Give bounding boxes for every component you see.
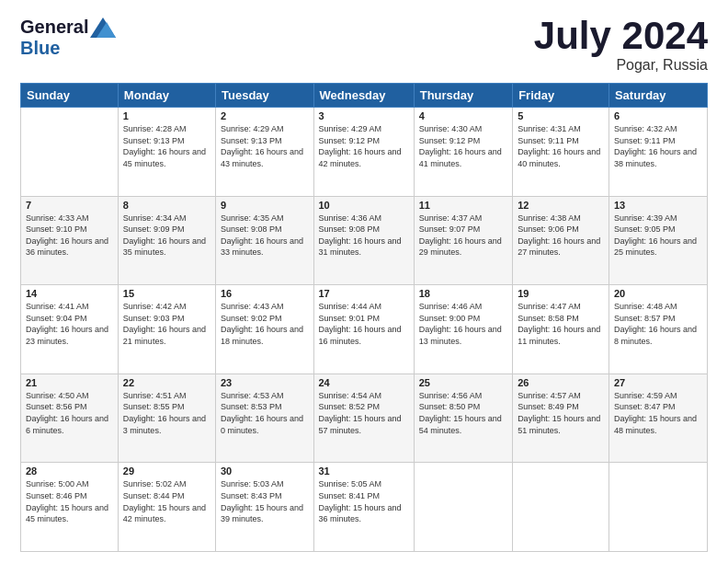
calendar-cell: 26Sunrise: 4:57 AMSunset: 8:49 PMDayligh… xyxy=(513,373,609,463)
day-info: Sunrise: 4:50 AMSunset: 8:56 PMDaylight:… xyxy=(26,390,113,436)
day-info: Sunrise: 4:28 AMSunset: 9:13 PMDaylight:… xyxy=(123,123,210,169)
calendar-cell: 12Sunrise: 4:38 AMSunset: 9:06 PMDayligh… xyxy=(513,196,609,285)
day-info: Sunrise: 4:30 AMSunset: 9:12 PMDaylight:… xyxy=(419,123,507,169)
logo-general-text: General xyxy=(20,17,88,38)
day-number: 16 xyxy=(221,288,309,299)
day-number: 8 xyxy=(123,200,210,211)
calendar-cell: 14Sunrise: 4:41 AMSunset: 9:04 PMDayligh… xyxy=(21,285,119,374)
day-info: Sunrise: 4:35 AMSunset: 9:08 PMDaylight:… xyxy=(221,213,309,259)
day-info: Sunrise: 4:42 AMSunset: 9:03 PMDaylight:… xyxy=(123,301,210,347)
col-friday: Friday xyxy=(513,84,609,108)
day-info: Sunrise: 4:29 AMSunset: 9:13 PMDaylight:… xyxy=(221,123,309,169)
day-number: 24 xyxy=(319,377,409,388)
day-info: Sunrise: 4:48 AMSunset: 8:57 PMDaylight:… xyxy=(614,301,702,347)
calendar-header-row: Sunday Monday Tuesday Wednesday Thursday… xyxy=(21,84,708,108)
day-info: Sunrise: 4:46 AMSunset: 9:00 PMDaylight:… xyxy=(419,301,507,347)
calendar-cell: 25Sunrise: 4:56 AMSunset: 8:50 PMDayligh… xyxy=(414,373,512,463)
calendar-cell: 6Sunrise: 4:32 AMSunset: 9:11 PMDaylight… xyxy=(609,108,707,197)
col-sunday: Sunday xyxy=(21,84,119,108)
calendar-week-0: 1Sunrise: 4:28 AMSunset: 9:13 PMDaylight… xyxy=(21,108,708,197)
day-number: 27 xyxy=(614,377,702,388)
calendar-cell: 23Sunrise: 4:53 AMSunset: 8:53 PMDayligh… xyxy=(216,373,314,463)
day-info: Sunrise: 5:00 AMSunset: 8:46 PMDaylight:… xyxy=(26,478,113,524)
calendar-cell: 28Sunrise: 5:00 AMSunset: 8:46 PMDayligh… xyxy=(21,463,119,552)
day-number: 20 xyxy=(614,288,702,299)
day-info: Sunrise: 4:36 AMSunset: 9:08 PMDaylight:… xyxy=(319,213,409,259)
day-number: 10 xyxy=(319,200,409,211)
calendar-cell: 13Sunrise: 4:39 AMSunset: 9:05 PMDayligh… xyxy=(609,196,707,285)
day-info: Sunrise: 4:41 AMSunset: 9:04 PMDaylight:… xyxy=(26,301,113,347)
day-info: Sunrise: 4:51 AMSunset: 8:55 PMDaylight:… xyxy=(123,390,210,436)
day-info: Sunrise: 4:39 AMSunset: 9:05 PMDaylight:… xyxy=(614,213,702,259)
day-number: 3 xyxy=(319,110,409,121)
col-saturday: Saturday xyxy=(609,84,707,108)
calendar: Sunday Monday Tuesday Wednesday Thursday… xyxy=(20,83,708,552)
calendar-cell: 16Sunrise: 4:43 AMSunset: 9:02 PMDayligh… xyxy=(216,285,314,374)
day-info: Sunrise: 4:56 AMSunset: 8:50 PMDaylight:… xyxy=(419,390,507,436)
day-number: 17 xyxy=(319,288,409,299)
day-number: 15 xyxy=(123,288,210,299)
calendar-cell: 21Sunrise: 4:50 AMSunset: 8:56 PMDayligh… xyxy=(21,373,119,463)
day-number: 5 xyxy=(518,110,604,121)
col-wednesday: Wednesday xyxy=(313,84,414,108)
calendar-cell: 1Sunrise: 4:28 AMSunset: 9:13 PMDaylight… xyxy=(118,108,215,197)
day-number: 26 xyxy=(518,377,604,388)
day-info: Sunrise: 4:38 AMSunset: 9:06 PMDaylight:… xyxy=(518,213,604,259)
month-title: July 2024 xyxy=(534,17,708,55)
calendar-week-4: 28Sunrise: 5:00 AMSunset: 8:46 PMDayligh… xyxy=(21,463,708,552)
calendar-week-2: 14Sunrise: 4:41 AMSunset: 9:04 PMDayligh… xyxy=(21,285,708,374)
calendar-cell: 24Sunrise: 4:54 AMSunset: 8:52 PMDayligh… xyxy=(313,373,414,463)
calendar-cell: 3Sunrise: 4:29 AMSunset: 9:12 PMDaylight… xyxy=(313,108,414,197)
calendar-cell: 30Sunrise: 5:03 AMSunset: 8:43 PMDayligh… xyxy=(216,463,314,552)
day-info: Sunrise: 4:57 AMSunset: 8:49 PMDaylight:… xyxy=(518,390,604,436)
col-monday: Monday xyxy=(118,84,215,108)
day-number: 9 xyxy=(221,200,309,211)
calendar-cell: 20Sunrise: 4:48 AMSunset: 8:57 PMDayligh… xyxy=(609,285,707,374)
day-number: 28 xyxy=(26,465,113,477)
day-number: 30 xyxy=(221,465,309,477)
day-info: Sunrise: 5:02 AMSunset: 8:44 PMDaylight:… xyxy=(123,478,210,524)
day-info: Sunrise: 4:47 AMSunset: 8:58 PMDaylight:… xyxy=(518,301,604,347)
calendar-cell: 31Sunrise: 5:05 AMSunset: 8:41 PMDayligh… xyxy=(313,463,414,552)
day-number: 13 xyxy=(614,200,702,211)
day-info: Sunrise: 5:03 AMSunset: 8:43 PMDaylight:… xyxy=(221,478,309,524)
calendar-cell: 4Sunrise: 4:30 AMSunset: 9:12 PMDaylight… xyxy=(414,108,512,197)
calendar-cell: 2Sunrise: 4:29 AMSunset: 9:13 PMDaylight… xyxy=(216,108,314,197)
day-info: Sunrise: 4:31 AMSunset: 9:11 PMDaylight:… xyxy=(518,123,604,169)
day-info: Sunrise: 4:43 AMSunset: 9:02 PMDaylight:… xyxy=(221,301,309,347)
day-number: 2 xyxy=(221,110,309,121)
day-number: 18 xyxy=(419,288,507,299)
day-info: Sunrise: 4:34 AMSunset: 9:09 PMDaylight:… xyxy=(123,213,210,259)
day-info: Sunrise: 5:05 AMSunset: 8:41 PMDaylight:… xyxy=(319,478,409,524)
day-number: 1 xyxy=(123,110,210,121)
day-number: 6 xyxy=(614,110,702,121)
calendar-week-3: 21Sunrise: 4:50 AMSunset: 8:56 PMDayligh… xyxy=(21,373,708,463)
day-number: 21 xyxy=(26,377,113,388)
day-info: Sunrise: 4:44 AMSunset: 9:01 PMDaylight:… xyxy=(319,301,409,347)
calendar-cell: 22Sunrise: 4:51 AMSunset: 8:55 PMDayligh… xyxy=(118,373,215,463)
day-number: 14 xyxy=(26,288,113,299)
day-number: 7 xyxy=(26,200,113,211)
calendar-cell: 10Sunrise: 4:36 AMSunset: 9:08 PMDayligh… xyxy=(313,196,414,285)
day-info: Sunrise: 4:53 AMSunset: 8:53 PMDaylight:… xyxy=(221,390,309,436)
day-number: 19 xyxy=(518,288,604,299)
logo-icon xyxy=(90,17,116,38)
calendar-cell: 18Sunrise: 4:46 AMSunset: 9:00 PMDayligh… xyxy=(414,285,512,374)
calendar-week-1: 7Sunrise: 4:33 AMSunset: 9:10 PMDaylight… xyxy=(21,196,708,285)
calendar-cell: 15Sunrise: 4:42 AMSunset: 9:03 PMDayligh… xyxy=(118,285,215,374)
calendar-cell xyxy=(609,463,707,552)
location: Pogar, Russia xyxy=(534,57,708,74)
day-number: 22 xyxy=(123,377,210,388)
day-info: Sunrise: 4:33 AMSunset: 9:10 PMDaylight:… xyxy=(26,213,113,259)
calendar-cell: 27Sunrise: 4:59 AMSunset: 8:47 PMDayligh… xyxy=(609,373,707,463)
day-number: 23 xyxy=(221,377,309,388)
calendar-cell xyxy=(414,463,512,552)
title-area: July 2024 Pogar, Russia xyxy=(534,17,708,74)
calendar-cell: 7Sunrise: 4:33 AMSunset: 9:10 PMDaylight… xyxy=(21,196,119,285)
day-info: Sunrise: 4:54 AMSunset: 8:52 PMDaylight:… xyxy=(319,390,409,436)
calendar-cell: 8Sunrise: 4:34 AMSunset: 9:09 PMDaylight… xyxy=(118,196,215,285)
day-number: 25 xyxy=(419,377,507,388)
day-number: 11 xyxy=(419,200,507,211)
day-number: 4 xyxy=(419,110,507,121)
calendar-cell: 19Sunrise: 4:47 AMSunset: 8:58 PMDayligh… xyxy=(513,285,609,374)
